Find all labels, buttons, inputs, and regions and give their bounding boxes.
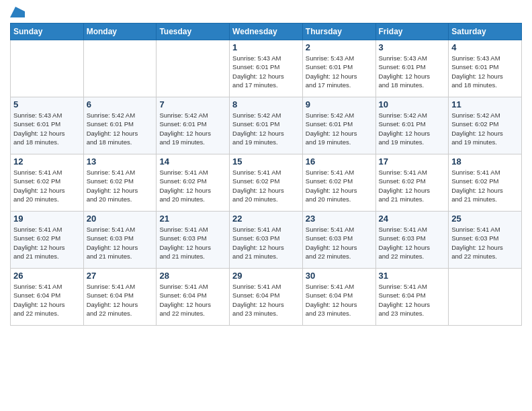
weekday-header-thursday: Thursday	[302, 24, 375, 40]
logo	[10, 7, 25, 17]
day-info: Sunrise: 5:42 AM Sunset: 6:01 PM Dayligh…	[379, 111, 446, 146]
day-number: 27	[87, 271, 154, 281]
calendar-cell: 15Sunrise: 5:41 AM Sunset: 6:02 PM Dayli…	[230, 154, 303, 212]
day-info: Sunrise: 5:43 AM Sunset: 6:01 PM Dayligh…	[13, 111, 81, 146]
calendar-cell: 23Sunrise: 5:41 AM Sunset: 6:03 PM Dayli…	[302, 212, 375, 269]
day-number: 15	[232, 156, 300, 167]
day-number: 11	[451, 99, 519, 109]
calendar-cell: 3Sunrise: 5:43 AM Sunset: 6:01 PM Daylig…	[375, 40, 449, 97]
calendar-cell	[11, 40, 84, 97]
day-info: Sunrise: 5:41 AM Sunset: 6:02 PM Dayligh…	[379, 168, 446, 203]
day-info: Sunrise: 5:41 AM Sunset: 6:03 PM Dayligh…	[379, 225, 446, 261]
day-info: Sunrise: 5:41 AM Sunset: 6:02 PM Dayligh…	[13, 168, 81, 203]
day-number: 2	[306, 42, 373, 52]
day-number: 22	[232, 214, 300, 224]
day-number: 3	[379, 42, 446, 52]
calendar-cell: 30Sunrise: 5:41 AM Sunset: 6:04 PM Dayli…	[302, 269, 375, 326]
day-number: 26	[13, 271, 81, 281]
calendar-cell: 4Sunrise: 5:43 AM Sunset: 6:01 PM Daylig…	[449, 40, 522, 97]
calendar-cell: 10Sunrise: 5:42 AM Sunset: 6:01 PM Dayli…	[375, 97, 449, 154]
day-info: Sunrise: 5:41 AM Sunset: 6:02 PM Dayligh…	[87, 168, 154, 203]
day-number: 7	[159, 99, 226, 109]
header	[10, 7, 522, 17]
calendar: SundayMondayTuesdayWednesdayThursdayFrid…	[10, 23, 522, 326]
calendar-cell: 1Sunrise: 5:43 AM Sunset: 6:01 PM Daylig…	[230, 40, 303, 97]
weekday-header-tuesday: Tuesday	[157, 24, 230, 40]
weekday-header-saturday: Saturday	[449, 24, 522, 40]
day-number: 28	[159, 271, 226, 281]
calendar-cell: 19Sunrise: 5:41 AM Sunset: 6:02 PM Dayli…	[11, 212, 84, 269]
day-info: Sunrise: 5:41 AM Sunset: 6:03 PM Dayligh…	[451, 225, 519, 261]
day-info: Sunrise: 5:42 AM Sunset: 6:01 PM Dayligh…	[159, 111, 226, 146]
day-number: 30	[306, 271, 373, 281]
day-info: Sunrise: 5:42 AM Sunset: 6:01 PM Dayligh…	[232, 111, 300, 146]
day-number: 4	[451, 42, 519, 52]
calendar-cell: 22Sunrise: 5:41 AM Sunset: 6:03 PM Dayli…	[230, 212, 303, 269]
day-info: Sunrise: 5:41 AM Sunset: 6:02 PM Dayligh…	[13, 225, 81, 261]
calendar-cell: 26Sunrise: 5:41 AM Sunset: 6:04 PM Dayli…	[11, 269, 84, 326]
day-number: 9	[306, 99, 373, 109]
calendar-cell: 7Sunrise: 5:42 AM Sunset: 6:01 PM Daylig…	[157, 97, 230, 154]
day-info: Sunrise: 5:41 AM Sunset: 6:04 PM Dayligh…	[232, 282, 300, 318]
weekday-header-friday: Friday	[375, 24, 449, 40]
day-number: 23	[306, 214, 373, 224]
page: SundayMondayTuesdayWednesdayThursdayFrid…	[0, 0, 532, 411]
day-info: Sunrise: 5:41 AM Sunset: 6:03 PM Dayligh…	[87, 225, 154, 261]
day-info: Sunrise: 5:43 AM Sunset: 6:01 PM Dayligh…	[451, 54, 519, 89]
day-number: 16	[306, 156, 373, 167]
day-info: Sunrise: 5:41 AM Sunset: 6:02 PM Dayligh…	[306, 168, 373, 203]
weekday-header-sunday: Sunday	[11, 24, 84, 40]
day-number: 25	[451, 214, 519, 224]
day-number: 24	[379, 214, 446, 224]
svg-marker-0	[10, 7, 25, 17]
day-number: 6	[87, 99, 154, 109]
calendar-cell	[157, 40, 230, 97]
day-info: Sunrise: 5:41 AM Sunset: 6:04 PM Dayligh…	[13, 282, 81, 318]
day-number: 20	[87, 214, 154, 224]
calendar-cell: 20Sunrise: 5:41 AM Sunset: 6:03 PM Dayli…	[83, 212, 157, 269]
calendar-cell: 12Sunrise: 5:41 AM Sunset: 6:02 PM Dayli…	[11, 154, 84, 212]
calendar-cell: 9Sunrise: 5:42 AM Sunset: 6:01 PM Daylig…	[302, 97, 375, 154]
day-info: Sunrise: 5:43 AM Sunset: 6:01 PM Dayligh…	[306, 54, 373, 89]
calendar-cell: 24Sunrise: 5:41 AM Sunset: 6:03 PM Dayli…	[375, 212, 449, 269]
day-info: Sunrise: 5:41 AM Sunset: 6:03 PM Dayligh…	[306, 225, 373, 261]
day-info: Sunrise: 5:43 AM Sunset: 6:01 PM Dayligh…	[379, 54, 446, 89]
day-number: 21	[159, 214, 226, 224]
day-info: Sunrise: 5:41 AM Sunset: 6:03 PM Dayligh…	[232, 225, 300, 261]
day-info: Sunrise: 5:42 AM Sunset: 6:01 PM Dayligh…	[87, 111, 154, 146]
day-info: Sunrise: 5:41 AM Sunset: 6:03 PM Dayligh…	[159, 225, 226, 261]
calendar-cell: 11Sunrise: 5:42 AM Sunset: 6:02 PM Dayli…	[449, 97, 522, 154]
day-info: Sunrise: 5:41 AM Sunset: 6:04 PM Dayligh…	[379, 282, 446, 318]
calendar-cell: 28Sunrise: 5:41 AM Sunset: 6:04 PM Dayli…	[157, 269, 230, 326]
day-info: Sunrise: 5:43 AM Sunset: 6:01 PM Dayligh…	[232, 54, 300, 89]
calendar-cell: 2Sunrise: 5:43 AM Sunset: 6:01 PM Daylig…	[302, 40, 375, 97]
weekday-header-monday: Monday	[83, 24, 157, 40]
calendar-cell: 31Sunrise: 5:41 AM Sunset: 6:04 PM Dayli…	[375, 269, 449, 326]
day-info: Sunrise: 5:42 AM Sunset: 6:01 PM Dayligh…	[306, 111, 373, 146]
day-info: Sunrise: 5:41 AM Sunset: 6:04 PM Dayligh…	[159, 282, 226, 318]
calendar-cell: 13Sunrise: 5:41 AM Sunset: 6:02 PM Dayli…	[83, 154, 157, 212]
calendar-cell: 5Sunrise: 5:43 AM Sunset: 6:01 PM Daylig…	[11, 97, 84, 154]
day-number: 8	[232, 99, 300, 109]
day-info: Sunrise: 5:41 AM Sunset: 6:04 PM Dayligh…	[306, 282, 373, 318]
calendar-cell	[449, 269, 522, 326]
day-number: 5	[13, 99, 81, 109]
day-info: Sunrise: 5:42 AM Sunset: 6:02 PM Dayligh…	[451, 111, 519, 146]
calendar-cell: 29Sunrise: 5:41 AM Sunset: 6:04 PM Dayli…	[230, 269, 303, 326]
calendar-cell: 14Sunrise: 5:41 AM Sunset: 6:02 PM Dayli…	[157, 154, 230, 212]
day-number: 1	[232, 42, 300, 52]
calendar-cell: 8Sunrise: 5:42 AM Sunset: 6:01 PM Daylig…	[230, 97, 303, 154]
calendar-cell: 27Sunrise: 5:41 AM Sunset: 6:04 PM Dayli…	[83, 269, 157, 326]
calendar-cell: 18Sunrise: 5:41 AM Sunset: 6:02 PM Dayli…	[449, 154, 522, 212]
calendar-cell: 25Sunrise: 5:41 AM Sunset: 6:03 PM Dayli…	[449, 212, 522, 269]
day-number: 17	[379, 156, 446, 167]
calendar-cell: 17Sunrise: 5:41 AM Sunset: 6:02 PM Dayli…	[375, 154, 449, 212]
day-info: Sunrise: 5:41 AM Sunset: 6:02 PM Dayligh…	[451, 168, 519, 203]
day-number: 31	[379, 271, 446, 281]
day-number: 10	[379, 99, 446, 109]
day-number: 18	[451, 156, 519, 167]
calendar-cell: 6Sunrise: 5:42 AM Sunset: 6:01 PM Daylig…	[83, 97, 157, 154]
calendar-cell: 21Sunrise: 5:41 AM Sunset: 6:03 PM Dayli…	[157, 212, 230, 269]
calendar-cell: 16Sunrise: 5:41 AM Sunset: 6:02 PM Dayli…	[302, 154, 375, 212]
logo-icon	[10, 7, 25, 17]
